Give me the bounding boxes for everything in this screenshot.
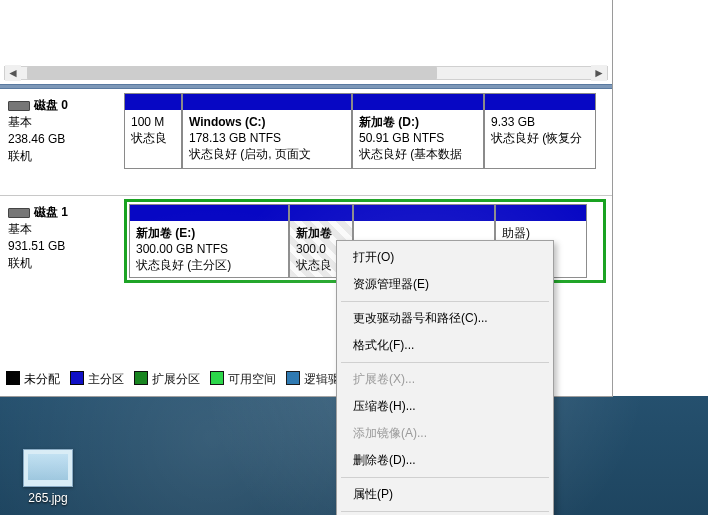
- legend-swatch: [70, 371, 84, 385]
- disk-size: 238.46 GB: [8, 131, 118, 148]
- disk-icon: [8, 101, 30, 111]
- menu-separator: [341, 362, 549, 363]
- disk-type: 基本: [8, 114, 118, 131]
- menu-item[interactable]: 更改驱动器号和路径(C)...: [339, 305, 551, 332]
- partition-header: [183, 94, 351, 110]
- partition-status: 状态良好 (恢复分: [491, 131, 582, 145]
- legend-item: 逻辑驱: [286, 371, 340, 388]
- disk-row: 磁盘 0基本238.46 GB联机100 M状态良Windows (C:)178…: [0, 89, 612, 173]
- disk-name: 磁盘 1: [34, 205, 68, 219]
- menu-item[interactable]: 删除卷(D)...: [339, 447, 551, 474]
- partition-header: [496, 205, 586, 221]
- partition-size: 300.0: [296, 242, 326, 256]
- menu-item[interactable]: 属性(P): [339, 481, 551, 508]
- legend-item: 可用空间: [210, 371, 276, 388]
- menu-item[interactable]: 压缩卷(H)...: [339, 393, 551, 420]
- partition-size: 50.91 GB NTFS: [359, 131, 444, 145]
- chevron-left-icon: ◄: [7, 66, 19, 80]
- disk-gap: [0, 173, 612, 195]
- screenshot-stage: ◄ ► 磁盘 0基本238.46 GB联机100 M状态良Windows (C:…: [0, 0, 708, 515]
- menu-item[interactable]: 资源管理器(E): [339, 271, 551, 298]
- partition-title: Windows (C:): [189, 115, 266, 129]
- disk-online: 联机: [8, 255, 118, 272]
- scroll-track[interactable]: [21, 65, 591, 81]
- disk-name: 磁盘 0: [34, 98, 68, 112]
- partition[interactable]: Windows (C:)178.13 GB NTFS状态良好 (启动, 页面文: [182, 93, 352, 169]
- legend-label: 逻辑驱: [304, 372, 340, 386]
- legend: 未分配主分区扩展分区可用空间逻辑驱: [6, 371, 340, 388]
- menu-item[interactable]: 打开(O): [339, 244, 551, 271]
- partition-size: 9.33 GB: [491, 115, 535, 129]
- legend-item: 扩展分区: [134, 371, 200, 388]
- partition[interactable]: 新加卷 (E:)300.00 GB NTFS状态良好 (主分区): [129, 204, 289, 278]
- scroll-right-button[interactable]: ►: [591, 65, 607, 81]
- chevron-right-icon: ►: [593, 66, 605, 80]
- partition-title: 新加卷 (D:): [359, 115, 419, 129]
- partition-status: 状态良好 (基本数据: [359, 147, 462, 161]
- legend-swatch: [6, 371, 20, 385]
- legend-label: 可用空间: [228, 372, 276, 386]
- partition[interactable]: 新加卷 (D:)50.91 GB NTFS状态良好 (基本数据: [352, 93, 484, 169]
- disk-size: 931.51 GB: [8, 238, 118, 255]
- desktop-file-label: 265.jpg: [12, 491, 84, 505]
- window-right-strip: [612, 0, 708, 396]
- partition-header: [290, 205, 352, 221]
- partition-status: 助器): [502, 226, 530, 240]
- scroll-thumb[interactable]: [27, 66, 437, 80]
- menu-separator: [341, 477, 549, 478]
- legend-swatch: [286, 371, 300, 385]
- disk-meta: 磁盘 0基本238.46 GB联机: [0, 89, 124, 173]
- legend-label: 扩展分区: [152, 372, 200, 386]
- partition-body: 新加卷 (E:)300.00 GB NTFS状态良好 (主分区): [130, 221, 288, 277]
- menu-item: 扩展卷(X)...: [339, 366, 551, 393]
- partition-header: [353, 94, 483, 110]
- legend-label: 主分区: [88, 372, 124, 386]
- volume-list-pane: ◄ ►: [0, 0, 612, 84]
- disk-meta: 磁盘 1基本931.51 GB联机: [0, 196, 124, 286]
- partition-body: 9.33 GB状态良好 (恢复分: [485, 110, 595, 168]
- partition-size: 178.13 GB NTFS: [189, 131, 281, 145]
- partition[interactable]: 100 M状态良: [124, 93, 182, 169]
- partition-body: 新加卷 (D:)50.91 GB NTFS状态良好 (基本数据: [353, 110, 483, 168]
- partition-header: [354, 205, 494, 221]
- partition-status: 状态良: [296, 258, 332, 272]
- menu-item[interactable]: 格式化(F)...: [339, 332, 551, 359]
- menu-separator: [341, 511, 549, 512]
- partition-body: Windows (C:)178.13 GB NTFS状态良好 (启动, 页面文: [183, 110, 351, 168]
- legend-label: 未分配: [24, 372, 60, 386]
- partition-status: 状态良: [131, 131, 167, 145]
- disk-icon: [8, 208, 30, 218]
- partition-title: 新加卷 (E:): [136, 226, 195, 240]
- context-menu[interactable]: 打开(O)资源管理器(E)更改驱动器号和路径(C)...格式化(F)...扩展卷…: [336, 240, 554, 515]
- partition-body: 100 M状态良: [125, 110, 181, 168]
- partition-size: 100 M: [131, 115, 164, 129]
- horizontal-scrollbar[interactable]: ◄ ►: [4, 66, 608, 80]
- menu-separator: [341, 301, 549, 302]
- desktop-file-icon[interactable]: 265.jpg: [12, 449, 84, 505]
- image-thumbnail-icon: [23, 449, 73, 487]
- partition-header: [125, 94, 181, 110]
- disk-online: 联机: [8, 148, 118, 165]
- disk-type: 基本: [8, 221, 118, 238]
- partition-header: [130, 205, 288, 221]
- partitions: 100 M状态良Windows (C:)178.13 GB NTFS状态良好 (…: [124, 89, 612, 173]
- legend-item: 主分区: [70, 371, 124, 388]
- partition-status: 状态良好 (主分区): [136, 258, 231, 272]
- scroll-left-button[interactable]: ◄: [5, 65, 21, 81]
- legend-swatch: [134, 371, 148, 385]
- partition-header: [485, 94, 595, 110]
- partition-size: 300.00 GB NTFS: [136, 242, 228, 256]
- partition[interactable]: 9.33 GB状态良好 (恢复分: [484, 93, 596, 169]
- menu-item: 添加镜像(A)...: [339, 420, 551, 447]
- legend-item: 未分配: [6, 371, 60, 388]
- partition-status: 状态良好 (启动, 页面文: [189, 147, 311, 161]
- legend-swatch: [210, 371, 224, 385]
- partition-title: 新加卷: [296, 226, 332, 240]
